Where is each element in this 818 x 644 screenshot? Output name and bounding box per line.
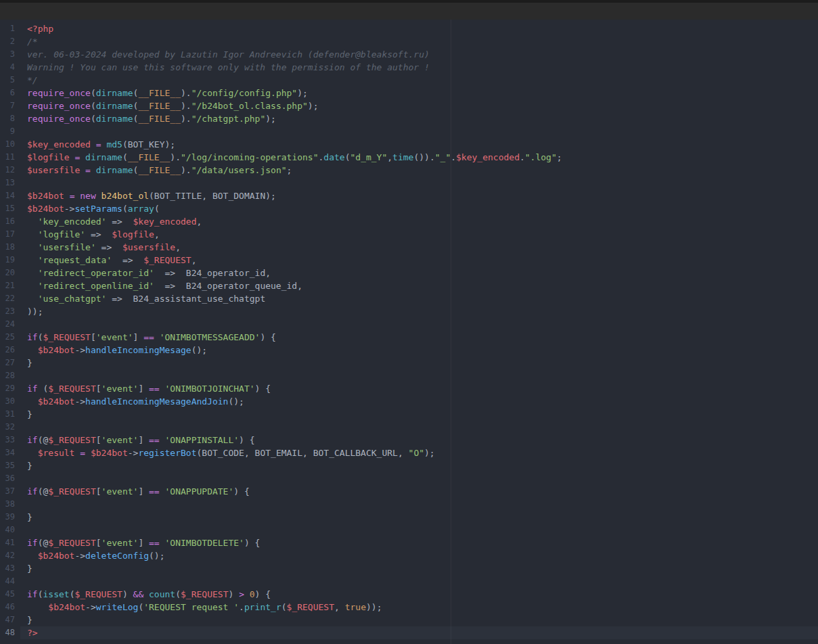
code-line[interactable]: 13 bbox=[0, 177, 818, 189]
code-line[interactable]: 12$usersfile = dirname(__FILE__)."/data/… bbox=[0, 164, 818, 177]
line-number[interactable]: 21 bbox=[0, 279, 15, 292]
code-line[interactable]: 39} bbox=[0, 511, 818, 524]
code-line[interactable]: 40 bbox=[0, 524, 818, 536]
line-number[interactable]: 14 bbox=[0, 189, 15, 202]
line-number[interactable]: 3 bbox=[0, 48, 15, 61]
code-text: 'redirect_openline_id' => B24_operator_q… bbox=[15, 279, 302, 292]
line-number[interactable]: 7 bbox=[0, 99, 15, 112]
line-number[interactable]: 15 bbox=[0, 202, 15, 215]
line-number[interactable]: 29 bbox=[0, 382, 15, 395]
code-line[interactable]: 28 bbox=[0, 369, 818, 382]
line-number[interactable]: 22 bbox=[0, 292, 15, 305]
code-line[interactable]: 17 'logfile' => $logfile, bbox=[0, 228, 818, 241]
code-editor[interactable]: 1<?php2/*3ver. 06-03-2024 developed by L… bbox=[0, 20, 818, 644]
code-line[interactable]: 15$b24bot->setParams(array( bbox=[0, 202, 818, 215]
code-text: } bbox=[15, 614, 32, 626]
line-number[interactable]: 46 bbox=[0, 601, 15, 614]
code-line[interactable]: 45if(isset($_REQUEST) && count($_REQUEST… bbox=[0, 588, 818, 601]
code-line[interactable]: 48?> bbox=[0, 626, 818, 639]
line-number[interactable]: 11 bbox=[0, 151, 15, 164]
line-number[interactable]: 32 bbox=[0, 421, 15, 434]
code-line[interactable]: 36 bbox=[0, 472, 818, 485]
line-number[interactable]: 17 bbox=[0, 228, 15, 241]
line-number[interactable]: 30 bbox=[0, 395, 15, 408]
line-number[interactable]: 23 bbox=[0, 305, 15, 318]
code-line[interactable]: 34 $result = $b24bot->registerBot(BOT_CO… bbox=[0, 446, 818, 459]
code-line[interactable]: 42 $b24bot->deleteConfig(); bbox=[0, 549, 818, 562]
line-number[interactable]: 48 bbox=[0, 626, 15, 639]
code-line[interactable]: 9 bbox=[0, 125, 818, 138]
code-line[interactable]: 18 'usersfile' => $usersfile, bbox=[0, 241, 818, 254]
code-line[interactable]: 24 bbox=[0, 318, 818, 331]
code-line[interactable]: 22 'use_chatgpt' => B24_assistant_use_ch… bbox=[0, 292, 818, 305]
line-number[interactable]: 45 bbox=[0, 588, 15, 601]
line-number[interactable]: 12 bbox=[0, 164, 15, 177]
line-number[interactable]: 16 bbox=[0, 215, 15, 228]
line-number[interactable]: 18 bbox=[0, 241, 15, 254]
code-line[interactable]: 1<?php bbox=[0, 22, 818, 35]
line-number[interactable]: 41 bbox=[0, 536, 15, 549]
line-number[interactable]: 9 bbox=[0, 125, 15, 138]
line-number[interactable]: 40 bbox=[0, 524, 15, 536]
code-line[interactable]: 27} bbox=[0, 356, 818, 369]
code-line[interactable]: 4Warning ! You can use this software onl… bbox=[0, 61, 818, 74]
code-line[interactable]: 21 'redirect_openline_id' => B24_operato… bbox=[0, 279, 818, 292]
line-number[interactable]: 33 bbox=[0, 434, 15, 446]
line-number[interactable]: 10 bbox=[0, 138, 15, 151]
code-line[interactable]: 29if ($_REQUEST['event'] == 'ONIMBOTJOIN… bbox=[0, 382, 818, 395]
code-line[interactable]: 6require_once(dirname(__FILE__)."/config… bbox=[0, 87, 818, 99]
code-line[interactable]: 8require_once(dirname(__FILE__)."/chatgp… bbox=[0, 112, 818, 125]
code-line[interactable]: 26 $b24bot->handleIncomingMesage(); bbox=[0, 344, 818, 356]
code-line[interactable]: 3ver. 06-03-2024 developed by Lazutin Ig… bbox=[0, 48, 818, 61]
line-number[interactable]: 6 bbox=[0, 87, 15, 99]
line-number[interactable]: 4 bbox=[0, 61, 15, 74]
code-line[interactable]: 31} bbox=[0, 408, 818, 421]
line-number[interactable]: 19 bbox=[0, 254, 15, 267]
code-line[interactable]: 10$key_encoded = md5(BOT_KEY); bbox=[0, 138, 818, 151]
line-number[interactable]: 8 bbox=[0, 112, 15, 125]
code-text: if(isset($_REQUEST) && count($_REQUEST) … bbox=[15, 588, 271, 601]
code-line[interactable]: 44 bbox=[0, 575, 818, 588]
line-number[interactable]: 39 bbox=[0, 511, 15, 524]
line-number[interactable]: 24 bbox=[0, 318, 15, 331]
code-line[interactable]: 37if(@$_REQUEST['event'] == 'ONAPPUPDATE… bbox=[0, 485, 818, 498]
line-number[interactable]: 5 bbox=[0, 74, 15, 87]
code-line[interactable]: 14$b24bot = new b24bot_ol(BOT_TITLE, BOT… bbox=[0, 189, 818, 202]
line-number[interactable]: 37 bbox=[0, 485, 15, 498]
code-line[interactable]: 46 $b24bot->writeLog('REQUEST request '.… bbox=[0, 601, 818, 614]
code-line[interactable]: 16 'key_encoded' => $key_encoded, bbox=[0, 215, 818, 228]
line-number[interactable]: 28 bbox=[0, 369, 15, 382]
code-line[interactable]: 33if(@$_REQUEST['event'] == 'ONAPPINSTAL… bbox=[0, 434, 818, 446]
code-line[interactable]: 41if(@$_REQUEST['event'] == 'ONIMBOTDELE… bbox=[0, 536, 818, 549]
code-line[interactable]: 19 'request_data' => $_REQUEST, bbox=[0, 254, 818, 267]
code-line[interactable]: 20 'redirect_operator_id' => B24_operato… bbox=[0, 267, 818, 279]
line-number[interactable]: 35 bbox=[0, 459, 15, 472]
code-line[interactable]: 25if($_REQUEST['event'] == 'ONIMBOTMESSA… bbox=[0, 331, 818, 344]
code-line[interactable]: 23)); bbox=[0, 305, 818, 318]
line-number[interactable]: 1 bbox=[0, 22, 15, 35]
code-line[interactable]: 32 bbox=[0, 421, 818, 434]
line-number[interactable]: 2 bbox=[0, 35, 15, 48]
line-number[interactable]: 42 bbox=[0, 549, 15, 562]
line-number[interactable]: 34 bbox=[0, 446, 15, 459]
line-number[interactable]: 31 bbox=[0, 408, 15, 421]
line-number[interactable]: 26 bbox=[0, 344, 15, 356]
line-number[interactable]: 25 bbox=[0, 331, 15, 344]
code-line[interactable]: 30 $b24bot->handleIncomingMesageAndJoin(… bbox=[0, 395, 818, 408]
line-number[interactable]: 27 bbox=[0, 356, 15, 369]
code-line[interactable]: 35} bbox=[0, 459, 818, 472]
line-number[interactable]: 38 bbox=[0, 498, 15, 511]
line-number[interactable]: 20 bbox=[0, 267, 15, 279]
code-line[interactable]: 11$logfile = dirname(__FILE__)."/log/inc… bbox=[0, 151, 818, 164]
line-number[interactable]: 36 bbox=[0, 472, 15, 485]
code-line[interactable]: 43} bbox=[0, 562, 818, 575]
line-number[interactable]: 47 bbox=[0, 614, 15, 626]
code-line[interactable]: 7require_once(dirname(__FILE__)."/b24bot… bbox=[0, 99, 818, 112]
code-line[interactable]: 38 bbox=[0, 498, 818, 511]
line-number[interactable]: 43 bbox=[0, 562, 15, 575]
code-line[interactable]: 5*/ bbox=[0, 74, 818, 87]
line-number[interactable]: 44 bbox=[0, 575, 15, 588]
line-number[interactable]: 13 bbox=[0, 177, 15, 189]
code-line[interactable]: 2/* bbox=[0, 35, 818, 48]
code-line[interactable]: 47} bbox=[0, 614, 818, 626]
